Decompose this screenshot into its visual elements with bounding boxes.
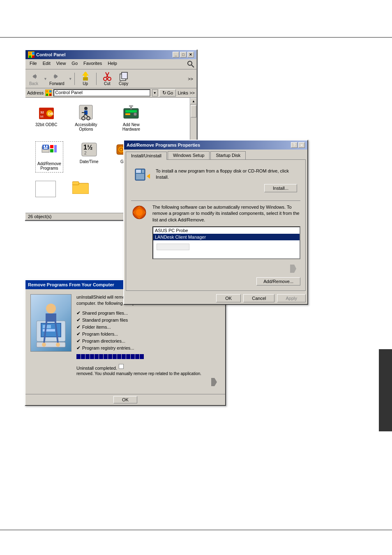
accessibility-icon: [78, 104, 94, 121]
copy-icon: [119, 71, 129, 81]
address-go-button[interactable]: ↻ Go: [159, 89, 176, 97]
uninstall-checkbox[interactable]: [119, 364, 124, 369]
check-label-6: Program registry entries...: [82, 345, 134, 350]
address-dropdown[interactable]: ▼: [152, 89, 158, 97]
svg-rect-49: [54, 145, 57, 152]
menu-go[interactable]: Go: [69, 60, 80, 68]
svg-rect-22: [49, 94, 51, 96]
install-section-text: To install a new program from a floppy d…: [156, 168, 297, 192]
scroll-up[interactable]: ▲: [190, 98, 196, 104]
dialog-divider: [131, 200, 300, 201]
svg-rect-44: [44, 145, 45, 147]
cp-icon-folder1[interactable]: [35, 181, 56, 199]
cp-icon-addremove[interactable]: Add/RemovePrograms: [35, 141, 63, 173]
svg-rect-7: [33, 75, 37, 78]
install-button[interactable]: Install...: [264, 184, 297, 192]
software-item-asus[interactable]: ASUS PC Probe: [153, 227, 300, 234]
cancel-button[interactable]: Cancel: [243, 294, 274, 302]
check-registry: ✔ Program registry entries...: [76, 345, 220, 351]
add-remove-button[interactable]: Add/Remove...: [256, 277, 300, 286]
menu-help[interactable]: Help: [105, 60, 120, 68]
right-sidebar-bar: [379, 349, 392, 431]
cp-icon-folder2[interactable]: [72, 181, 89, 199]
toolbar-more[interactable]: >>: [188, 76, 195, 81]
address-label: Address: [27, 90, 44, 95]
dialog-help-button[interactable]: ?: [291, 142, 297, 148]
apply-button[interactable]: Apply: [277, 294, 306, 302]
cp-icon-hardware[interactable]: Add New Hardware: [115, 104, 148, 131]
scroll-thumb[interactable]: [191, 105, 196, 117]
progress-squares: [76, 354, 144, 359]
software-item-landesk[interactable]: LANDesk Client Manager: [153, 234, 300, 240]
back-dropdown[interactable]: ▼: [44, 77, 45, 81]
menu-edit[interactable]: Edit: [40, 60, 53, 68]
search-icon: [187, 60, 195, 68]
odbc-icon: 32 bit DB: [38, 104, 55, 121]
svg-rect-73: [37, 342, 65, 347]
tab-install-uninstall[interactable]: Install/Uninstall: [126, 152, 167, 160]
forward-dropdown[interactable]: ▼: [69, 77, 70, 81]
tab-startup-disk[interactable]: Startup Disk: [210, 151, 246, 159]
back-icon: [29, 71, 39, 81]
svg-rect-12: [83, 77, 88, 81]
check-label-3: Folder items...: [82, 325, 111, 329]
up-label: Up: [83, 81, 88, 86]
cp-icon-32odbc[interactable]: 32 bit DB 32bit ODBC: [35, 104, 57, 131]
svg-rect-60: [72, 182, 79, 185]
window-title: Control Panel: [36, 52, 66, 57]
software-text: The following software can be automatica…: [152, 204, 300, 223]
menu-favorites[interactable]: Favorites: [81, 60, 104, 68]
toolbar-separator-1: [74, 73, 75, 85]
menu-view[interactable]: View: [54, 60, 69, 68]
toolbar-up[interactable]: Up: [79, 71, 92, 87]
cp-icon-datetime[interactable]: 1½ 2 Date/Time: [80, 141, 99, 173]
remove-ok-area: OK: [25, 394, 225, 405]
dialog-tabs: Install/Uninstall Windows Setup Startup …: [124, 150, 307, 159]
prog-sq-6: [99, 354, 103, 359]
check-folder: ✔ Folder items...: [76, 324, 220, 330]
toolbar-back[interactable]: Back: [27, 71, 40, 87]
svg-point-78: [42, 343, 46, 347]
svg-text:32: 32: [40, 111, 44, 114]
cp-icon-accessibility[interactable]: Accessibility Options: [69, 104, 102, 131]
menu-file[interactable]: File: [27, 60, 39, 68]
toolbar-cut[interactable]: Cut: [101, 71, 114, 87]
software-section-icon: [131, 204, 148, 221]
check-program-dirs: ✔ Program directories...: [76, 338, 220, 344]
links-label[interactable]: Links >>: [178, 90, 195, 95]
dialog-close-button[interactable]: ✕: [298, 142, 305, 148]
folder1-icon: [35, 181, 56, 197]
minimize-button[interactable]: _: [173, 52, 179, 58]
address-cp-icon: [45, 90, 52, 96]
tab-windows-setup[interactable]: Windows Setup: [168, 151, 210, 159]
prog-sq-9: [113, 354, 117, 359]
prog-sq-1: [76, 354, 81, 359]
window-titlebar: Control Panel _ □ ✕: [25, 50, 196, 59]
forward-icon: [52, 71, 62, 81]
check-label-5: Program directories...: [82, 339, 125, 343]
svg-line-5: [191, 65, 194, 67]
maximize-button[interactable]: □: [180, 52, 187, 58]
svg-rect-2: [29, 55, 31, 58]
check-mark-3: ✔: [76, 324, 81, 330]
prog-sq-14: [135, 354, 139, 359]
ok-button[interactable]: OK: [216, 294, 241, 302]
toolbar-copy[interactable]: Copy: [117, 71, 130, 87]
close-button[interactable]: ✕: [187, 52, 194, 58]
toolbar-separator-2: [96, 73, 97, 85]
remove-ok-button[interactable]: OK: [113, 396, 137, 403]
top-rule: [0, 37, 392, 38]
titlebar-buttons: _ □ ✕: [173, 52, 194, 58]
cut-label: Cut: [104, 81, 111, 86]
prog-sq-2: [81, 354, 85, 359]
svg-point-39: [134, 113, 137, 116]
address-value: Control Panel: [55, 90, 83, 95]
check-mark-4: ✔: [76, 331, 81, 337]
toolbar-forward[interactable]: Forward: [48, 71, 65, 87]
svg-point-16: [108, 77, 111, 81]
software-list[interactable]: ASUS PC Probe LANDesk Client Manager: [152, 226, 300, 259]
titlebar-left: Control Panel: [28, 51, 66, 58]
prog-sq-11: [122, 354, 126, 359]
address-input[interactable]: Control Panel: [53, 89, 150, 97]
svg-rect-64: [136, 174, 144, 180]
